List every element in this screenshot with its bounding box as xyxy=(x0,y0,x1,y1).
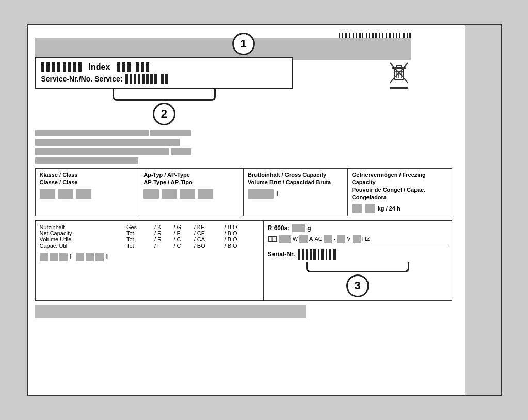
r600a-label: R 600a: xyxy=(268,224,290,232)
net-col-bio1: / BIO xyxy=(225,224,259,230)
power-w-block xyxy=(279,235,291,243)
bracket-3-area xyxy=(268,262,447,272)
net-val-block-5 xyxy=(86,253,94,261)
service-label: Service-Nr./No. Service: xyxy=(41,75,123,83)
net-row-1: Nutzinhalt Ges / K / G / KE / BIO xyxy=(40,224,259,230)
net-col-ke: / KE xyxy=(194,224,225,230)
net-value-right: l xyxy=(76,253,108,261)
freezing-capacity-value: kg / 24 h xyxy=(352,204,447,213)
text-block xyxy=(171,148,191,155)
ap-type-block-1 xyxy=(143,189,159,199)
product-label: 1 xyxy=(27,24,502,396)
net-col-name-4: Capac. Util xyxy=(40,243,126,249)
class-value-block-2 xyxy=(58,189,73,199)
net-col-ce: / CE xyxy=(194,230,225,236)
gross-cap-block xyxy=(248,189,274,199)
ap-type-block-2 xyxy=(162,189,177,199)
r600a-val-block xyxy=(292,224,305,232)
power-v-block xyxy=(337,235,345,243)
class-value-block xyxy=(40,189,55,199)
bracket-2-down xyxy=(113,89,216,101)
ap-type-value xyxy=(143,189,239,199)
gross-capacity-value: l xyxy=(248,189,343,199)
power-hz-label: HZ xyxy=(362,236,370,242)
text-row-4 xyxy=(35,157,264,164)
power-line: ⎣ W A AC - V HZ xyxy=(268,235,447,243)
bracket-3 xyxy=(306,262,409,272)
net-col-name-2: Net.Capacity xyxy=(40,230,126,236)
class-value xyxy=(40,189,135,199)
info-line-1: Index xyxy=(41,62,287,72)
freezing-cap-block-2 xyxy=(365,204,375,213)
r600a-unit: g xyxy=(307,224,311,232)
class-value-block-3 xyxy=(76,189,91,199)
right-panel xyxy=(465,25,501,395)
bottom-section: Nutzinhalt Ges / K / G / KE / BIO Net.Ca… xyxy=(35,220,452,301)
power-v-label: V xyxy=(347,236,350,242)
gross-capacity-cell: Bruttoinhalt / Gross Capacity Volume Bru… xyxy=(244,169,348,216)
circle-3-wrapper: 3 xyxy=(268,272,447,297)
net-col-bio3: / BIO xyxy=(225,236,259,243)
gross-cap-unit: l xyxy=(276,190,278,198)
class-cell: Klasse / Class Classe / Clase xyxy=(36,169,140,216)
text-block xyxy=(150,130,191,136)
net-col-name-3: Volume Utile xyxy=(40,236,126,243)
refrigerant-serial-section: R 600a: g ⎣ W A AC - V xyxy=(263,220,452,301)
weee-icon xyxy=(389,62,409,84)
net-capacity-table: Nutzinhalt Ges / K / G / KE / BIO Net.Ca… xyxy=(40,224,259,249)
net-val-unit-2: l xyxy=(106,253,108,261)
net-values-row: l l xyxy=(40,253,259,261)
net-col-ca: / CA xyxy=(194,236,225,243)
net-col-f2: / F xyxy=(154,243,174,249)
net-col-r2: / R xyxy=(154,236,174,243)
net-row-3: Volume Utile Tot / R / C / CA / BIO xyxy=(40,236,259,243)
net-val-unit-1: l xyxy=(70,253,72,261)
net-val-block-2 xyxy=(50,253,58,261)
net-col-g: / G xyxy=(174,224,194,230)
circle-1-badge: 1 xyxy=(232,33,255,55)
ap-type-block-3 xyxy=(180,189,195,199)
classification-table: Klasse / Class Classe / Clase Ap-Typ / A… xyxy=(35,168,452,216)
text-block xyxy=(35,130,149,136)
power-hz-block xyxy=(353,235,361,243)
net-val-block-3 xyxy=(59,253,68,261)
net-col-bio4: / BIO xyxy=(225,243,259,249)
circle-2-badge: 2 xyxy=(153,103,175,125)
text-row-1 xyxy=(35,130,264,136)
text-data-area xyxy=(35,130,264,164)
footer-gray-strip xyxy=(35,305,306,318)
serial-barcode xyxy=(298,249,336,260)
weee-underbar xyxy=(390,87,408,89)
barcode-index-right xyxy=(117,62,149,72)
net-row-4: Capac. Util Tot / F / C / BO / BIO xyxy=(40,243,259,249)
r600a-line: R 600a: g xyxy=(268,224,447,232)
net-col-tot-4: Tot xyxy=(126,243,154,249)
serial-label: Serial-Nr. xyxy=(268,251,295,258)
net-col-f: / F xyxy=(174,230,194,236)
serial-line: Serial-Nr. xyxy=(268,249,447,260)
net-capacity-section: Nutzinhalt Ges / K / G / KE / BIO Net.Ca… xyxy=(35,220,263,301)
circle-3-label: 3 xyxy=(354,279,360,293)
text-block xyxy=(35,139,180,146)
circle-3-badge: 3 xyxy=(346,274,369,297)
net-val-block-6 xyxy=(95,253,104,261)
svg-rect-6 xyxy=(396,66,402,67)
net-val-block-1 xyxy=(40,253,48,261)
freezing-cap-block xyxy=(352,204,362,213)
power-a-block xyxy=(299,235,308,243)
class-label: Klasse / Class Classe / Clase xyxy=(40,171,135,186)
power-w-label: W xyxy=(293,236,298,242)
weee-symbol xyxy=(389,62,409,89)
ap-type-block-4 xyxy=(198,189,213,199)
freezing-capacity-cell: Gefriervermögen / Freezing Capacity Pouv… xyxy=(348,169,452,216)
power-ac-label: AC xyxy=(314,236,322,242)
net-row-2: Net.Capacity Tot / R / F / CE / BIO xyxy=(40,230,259,236)
gross-capacity-label: Bruttoinhalt / Gross Capacity Volume Bru… xyxy=(248,171,343,186)
footer-area xyxy=(35,305,452,318)
net-col-r: / R xyxy=(154,230,174,236)
net-value-left: l xyxy=(40,253,72,261)
freezing-capacity-label: Gefriervermögen / Freezing Capacity Pouv… xyxy=(352,171,447,201)
freezing-cap-unit: kg / 24 h xyxy=(378,205,401,212)
ap-type-cell: Ap-Typ / AP-Type AP-Type / AP-Tipo xyxy=(139,169,244,216)
text-row-3 xyxy=(35,148,264,155)
